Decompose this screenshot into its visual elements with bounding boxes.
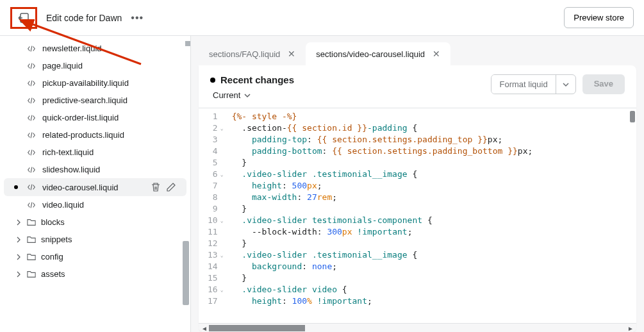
file-item[interactable]: quick-order-list.liquid [4,109,186,126]
close-icon[interactable]: ✕ [288,49,295,59]
code-editor[interactable]: 12⌄3456⌄78910⌄111213⌄141516⌄17 {%- style… [199,108,636,323]
folder-icon [27,218,36,227]
chevron-right-icon [15,219,22,226]
file-name: pickup-availability.liquid [42,78,129,88]
file-item[interactable]: video-carousel.liquid [4,178,186,196]
folder-icon [27,253,36,261]
chevron-right-icon [15,237,22,243]
format-liquid-group: Format liquid [491,74,575,94]
file-item[interactable]: rich-text.liquid [4,144,186,161]
header-left: Edit code for Dawn ••• [10,7,144,29]
file-name: slideshow.liquid [42,165,100,174]
tab-label: sections/FAQ.liquid [209,49,280,59]
folder-icon [27,235,36,244]
file-item[interactable]: pickup-availability.liquid [4,74,186,92]
chevron-right-icon [15,271,22,278]
file-name: related-products.liquid [42,130,124,140]
chevron-down-icon [563,81,569,88]
editor-tab[interactable]: sections/FAQ.liquid✕ [199,42,306,65]
preview-store-button[interactable]: Preview store [564,7,634,28]
main-area: newsletter.liquidpage.liquidpickup-avail… [0,36,644,332]
trash-icon[interactable] [151,182,161,192]
folder-name: assets [41,269,65,279]
horizontal-scrollbar-thumb[interactable] [209,325,305,331]
format-liquid-caret[interactable] [556,75,575,94]
editor-panel: sections/FAQ.liquid✕sections/video-carou… [191,36,644,332]
file-item[interactable]: related-products.liquid [4,126,186,144]
current-version-dropdown[interactable]: Current [210,90,294,100]
editor-tab[interactable]: sections/video-carousel.liquid✕ [306,42,450,65]
editor-card: Recent changes Current Format liquid Sav… [199,65,636,332]
chevron-down-icon [244,92,251,99]
pencil-icon[interactable] [166,182,176,192]
file-name: predictive-search.liquid [42,95,128,105]
file-name: quick-order-list.liquid [42,113,119,122]
file-item[interactable]: video.liquid [4,196,186,213]
editor-header: Recent changes Current Format liquid Sav… [199,65,636,108]
save-button[interactable]: Save [582,74,625,94]
tabs-row: sections/FAQ.liquid✕sections/video-carou… [199,42,636,65]
file-item[interactable]: slideshow.liquid [4,161,186,178]
exit-button-highlight [10,7,37,29]
folder-name: config [41,252,63,261]
file-sidebar: newsletter.liquidpage.liquidpickup-avail… [0,36,191,332]
file-item[interactable]: newsletter.liquid [4,40,186,57]
app-header: Edit code for Dawn ••• Preview store [0,0,644,36]
folder-item[interactable]: assets [0,265,190,283]
page-title: Edit code for Dawn [46,13,122,23]
file-item[interactable]: predictive-search.liquid [4,92,186,109]
editor-actions: Format liquid Save [491,74,625,94]
vertical-scrollbar[interactable] [630,111,635,122]
more-menu-button[interactable]: ••• [131,12,144,24]
exit-icon[interactable] [17,12,30,24]
tab-label: sections/video-carousel.liquid [316,49,425,59]
folder-name: blocks [41,217,65,227]
scroll-left-arrow[interactable]: ◄ [201,325,208,332]
sidebar-scrollbar[interactable] [183,241,189,305]
folder-item[interactable]: blocks [0,213,190,231]
file-item[interactable]: page.liquid [4,57,186,74]
file-name: video-carousel.liquid [42,183,119,192]
recent-changes-title: Recent changes [210,74,294,85]
horizontal-scrollbar-track[interactable]: ◄ ► [199,323,636,332]
chevron-right-icon [15,254,22,260]
folder-icon [27,270,36,279]
format-liquid-button[interactable]: Format liquid [491,75,555,94]
file-name: newsletter.liquid [42,44,102,53]
changes-block: Recent changes Current [210,74,294,100]
line-gutter: 12⌄3456⌄78910⌄111213⌄141516⌄17 [199,108,222,323]
file-name: rich-text.liquid [42,147,94,157]
file-name: video.liquid [42,200,84,210]
close-icon[interactable]: ✕ [433,49,440,59]
folder-name: snippets [41,235,72,244]
folder-item[interactable]: config [0,248,190,265]
folder-item[interactable]: snippets [0,231,190,248]
file-name: page.liquid [42,61,83,71]
code-content[interactable]: {%- style -%} .section-{{ section.id }}-… [222,108,636,323]
scroll-right-arrow[interactable]: ► [627,325,634,332]
